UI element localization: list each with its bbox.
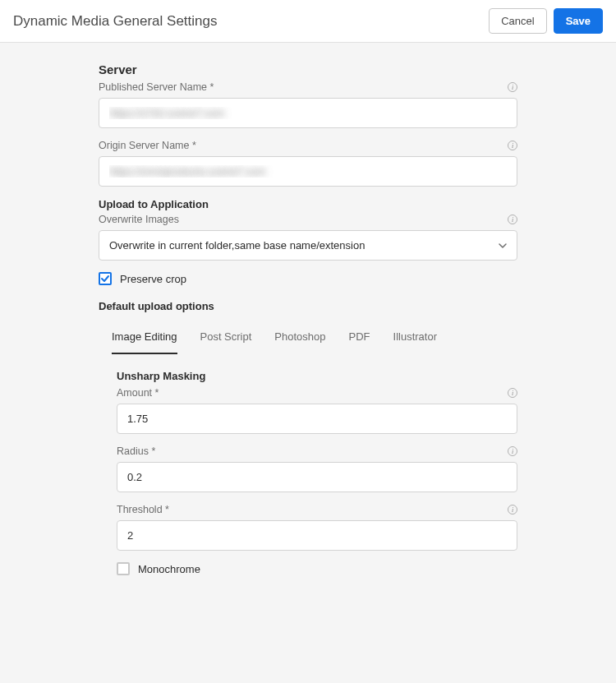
threshold-field: Threshold * i — [117, 504, 517, 551]
info-icon[interactable]: i — [508, 141, 517, 150]
radius-field: Radius * i — [117, 445, 517, 492]
overwrite-images-field: Overwrite Images i Overwrite in current … — [99, 214, 517, 261]
published-server-label: Published Server Name * — [99, 81, 214, 93]
monochrome-row: Monochrome — [117, 562, 517, 575]
monochrome-checkbox[interactable] — [117, 562, 130, 575]
overwrite-images-label: Overwrite Images — [99, 214, 179, 225]
amount-label: Amount * — [117, 387, 159, 399]
preserve-crop-label: Preserve crop — [120, 273, 186, 285]
upload-section-heading: Upload to Application — [99, 198, 517, 210]
tab-pdf[interactable]: PDF — [349, 322, 370, 354]
amount-field: Amount * i — [117, 387, 517, 434]
info-icon[interactable]: i — [508, 446, 517, 456]
settings-form: Server Published Server Name * i Origin … — [99, 62, 517, 575]
page-header: Dynamic Media General Settings Cancel Sa… — [0, 0, 616, 43]
monochrome-label: Monochrome — [138, 563, 200, 575]
header-actions: Cancel Save — [489, 8, 603, 34]
tab-post-script[interactable]: Post Script — [200, 322, 252, 354]
check-icon — [100, 274, 110, 284]
info-icon[interactable]: i — [508, 82, 517, 92]
info-icon[interactable]: i — [508, 388, 517, 398]
content-area: Server Published Server Name * i Origin … — [0, 43, 616, 623]
threshold-label: Threshold * — [117, 504, 169, 515]
published-server-field: Published Server Name * i — [99, 81, 517, 128]
server-section-heading: Server — [99, 62, 517, 76]
preserve-crop-checkbox[interactable] — [99, 272, 112, 285]
save-button[interactable]: Save — [554, 8, 603, 34]
radius-input[interactable] — [117, 462, 517, 492]
info-icon[interactable]: i — [508, 215, 517, 224]
origin-server-input[interactable] — [99, 156, 517, 187]
tab-photoshop[interactable]: Photoshop — [274, 322, 325, 354]
preserve-crop-row: Preserve crop — [99, 272, 517, 285]
info-icon[interactable]: i — [508, 505, 517, 515]
tab-image-editing[interactable]: Image Editing — [112, 322, 177, 354]
tab-illustrator[interactable]: Illustrator — [393, 322, 437, 354]
upload-options-tabs: Image Editing Post Script Photoshop PDF … — [99, 319, 517, 355]
threshold-input[interactable] — [117, 520, 517, 551]
page-title: Dynamic Media General Settings — [13, 13, 218, 30]
overwrite-images-select[interactable]: Overwrite in current folder,same base na… — [99, 230, 517, 261]
amount-input[interactable] — [117, 404, 517, 434]
origin-server-label: Origin Server Name * — [99, 140, 196, 151]
origin-server-field: Origin Server Name * i — [99, 140, 517, 187]
unsharp-masking-heading: Unsharp Masking — [117, 370, 517, 382]
published-server-input[interactable] — [99, 98, 517, 128]
cancel-button[interactable]: Cancel — [489, 8, 546, 34]
radius-label: Radius * — [117, 445, 155, 457]
default-upload-options-heading: Default upload options — [99, 300, 517, 312]
